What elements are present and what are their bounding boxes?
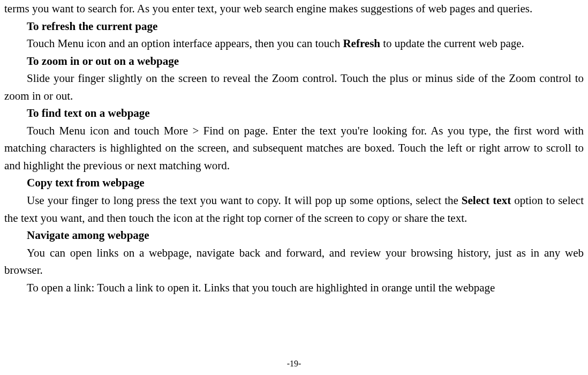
paragraph-intro-continued: terms you want to search for. As you ent… bbox=[4, 0, 584, 18]
paragraph-zoom: Slide your finger slightly on the screen… bbox=[4, 70, 584, 104]
heading-find: To find text on a webpage bbox=[4, 104, 584, 122]
heading-navigate: Navigate among webpage bbox=[4, 227, 584, 244]
heading-copy: Copy text from webpage bbox=[4, 174, 584, 192]
paragraph-copy: Use your finger to long press the text y… bbox=[4, 192, 584, 227]
paragraph-refresh: Touch Menu icon and an option interface … bbox=[4, 35, 584, 52]
heading-refresh: To refresh the current page bbox=[4, 18, 584, 35]
text-copy-a: Use your finger to long press the text y… bbox=[27, 194, 462, 207]
paragraph-navigate: You can open links on a webpage, navigat… bbox=[4, 244, 584, 279]
text-refresh-c: to update the current web page. bbox=[380, 37, 524, 50]
paragraph-openlink: To open a link: Touch a link to open it.… bbox=[4, 279, 584, 297]
page-number: -19- bbox=[0, 357, 588, 371]
text-refresh-a: Touch Menu icon and an option interface … bbox=[27, 37, 343, 50]
paragraph-find: Touch Menu icon and touch More > Find on… bbox=[4, 122, 584, 175]
text-refresh-bold: Refresh bbox=[343, 37, 380, 50]
heading-zoom: To zoom in or out on a webpage bbox=[4, 52, 584, 70]
text-copy-bold: Select text bbox=[462, 194, 511, 207]
document-body: terms you want to search for. As you ent… bbox=[4, 0, 584, 296]
